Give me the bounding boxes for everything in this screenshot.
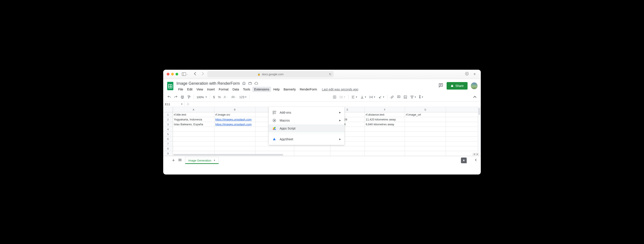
- maximize-window-button[interactable]: [176, 73, 178, 76]
- cell[interactable]: [405, 142, 446, 146]
- scroll-left-button[interactable]: ◀: [473, 153, 476, 156]
- cell[interactable]: [330, 146, 365, 151]
- cell[interactable]: [214, 127, 256, 132]
- print-button[interactable]: [180, 94, 185, 100]
- menu-file[interactable]: File: [176, 87, 185, 92]
- cell[interactable]: rf.image.src: [214, 112, 256, 117]
- cloud-icon[interactable]: [254, 82, 259, 86]
- url-bar[interactable]: 🔒 docs.google.com ↻: [207, 71, 334, 77]
- rotate-button[interactable]: ▼: [377, 94, 386, 100]
- cell[interactable]: [446, 112, 481, 117]
- cell[interactable]: [214, 136, 256, 142]
- col-header-b[interactable]: B: [214, 107, 256, 112]
- scroll-right-button[interactable]: ▶: [476, 153, 479, 156]
- functions-button[interactable]: Σ▼: [418, 94, 424, 100]
- share-button[interactable]: Share: [446, 82, 468, 90]
- cell[interactable]: [256, 146, 294, 151]
- cell[interactable]: [173, 132, 214, 136]
- cell[interactable]: [173, 136, 214, 142]
- cell[interactable]: [365, 151, 405, 156]
- vertical-scroll-thumb[interactable]: [478, 108, 480, 115]
- sheets-logo[interactable]: [166, 81, 174, 91]
- minimize-window-button[interactable]: [171, 73, 174, 76]
- row-header-4[interactable]: 4: [163, 127, 173, 132]
- link-button[interactable]: [389, 94, 395, 100]
- cell[interactable]: [330, 151, 365, 156]
- menu-bannerly[interactable]: Bannerly: [282, 87, 298, 92]
- cell[interactable]: [173, 127, 214, 132]
- cell[interactable]: [446, 127, 481, 132]
- col-header-g[interactable]: G: [405, 107, 446, 112]
- row-header-6[interactable]: 6: [163, 136, 173, 142]
- close-window-button[interactable]: [167, 73, 170, 76]
- halign-button[interactable]: ▼: [350, 94, 358, 100]
- redo-button[interactable]: [173, 94, 179, 100]
- cell[interactable]: [214, 146, 256, 151]
- cell[interactable]: [446, 132, 481, 136]
- dropdown-macros[interactable]: Macros ▶: [269, 116, 344, 124]
- edit-status[interactable]: Last edit was seconds ago: [322, 88, 358, 91]
- cell[interactable]: rf.title.text: [173, 112, 214, 117]
- add-sheet-button[interactable]: +: [172, 158, 175, 163]
- percent-button[interactable]: %: [217, 94, 222, 100]
- select-all-corner[interactable]: [163, 107, 173, 112]
- menu-renderform[interactable]: RenderForm: [298, 87, 319, 92]
- horizontal-scroll-thumb[interactable]: [173, 154, 283, 156]
- cell[interactable]: [446, 136, 481, 142]
- menu-edit[interactable]: Edit: [186, 87, 194, 92]
- wrap-button[interactable]: ▼: [368, 94, 376, 100]
- cell[interactable]: https://images.unsplash.com: [214, 122, 256, 127]
- cell[interactable]: [214, 132, 256, 136]
- move-icon[interactable]: [248, 82, 252, 86]
- cell[interactable]: [173, 142, 214, 146]
- chart-button[interactable]: [402, 94, 408, 100]
- row-header-2[interactable]: 2: [163, 117, 173, 122]
- cell[interactable]: [446, 122, 481, 127]
- new-tab-button[interactable]: +: [472, 72, 477, 77]
- merge-button[interactable]: ▼: [338, 94, 346, 100]
- doc-title[interactable]: Image Generation with RenderForm: [176, 81, 240, 86]
- increase-decimal-button[interactable]: .00→: [230, 95, 238, 100]
- back-button[interactable]: [192, 72, 198, 77]
- name-box[interactable]: E11▼: [163, 102, 185, 107]
- comment-button[interactable]: [396, 94, 402, 100]
- cell[interactable]: [365, 132, 405, 136]
- row-header-5[interactable]: 5: [163, 132, 173, 136]
- cell[interactable]: [365, 127, 405, 132]
- cell[interactable]: [405, 151, 446, 156]
- cell[interactable]: [214, 142, 256, 146]
- menu-format[interactable]: Format: [217, 87, 230, 92]
- cell[interactable]: [405, 132, 446, 136]
- sheet-tab-active[interactable]: Image Generation ▼: [185, 157, 219, 164]
- number-format-button[interactable]: 123▼: [238, 94, 248, 100]
- cell[interactable]: [446, 117, 481, 122]
- menu-tools[interactable]: Tools: [241, 87, 252, 92]
- zoom-select[interactable]: 100%▼: [196, 96, 208, 99]
- cell[interactable]: rf.image_url: [405, 112, 446, 117]
- borders-button[interactable]: [332, 94, 338, 100]
- cell[interactable]: [446, 146, 481, 151]
- row-header-3[interactable]: 3: [163, 122, 173, 127]
- row-header-1[interactable]: 1: [163, 112, 173, 117]
- cell[interactable]: rf.distance.text: [365, 112, 405, 117]
- cell[interactable]: Islas Baleares, España: [173, 122, 214, 127]
- account-avatar[interactable]: [471, 82, 478, 89]
- cell[interactable]: Yogyakarta, Indonesia: [173, 117, 214, 122]
- star-icon[interactable]: [242, 82, 246, 86]
- cell[interactable]: [294, 146, 330, 151]
- col-header-extra[interactable]: [446, 107, 481, 112]
- reload-button[interactable]: ↻: [329, 72, 332, 76]
- cell[interactable]: [405, 146, 446, 151]
- dropdown-appsheet[interactable]: AppSheet ▶: [269, 135, 344, 143]
- downloads-button[interactable]: [464, 72, 470, 76]
- undo-button[interactable]: [166, 94, 172, 100]
- sheet-tab-menu-icon[interactable]: ▼: [214, 159, 216, 162]
- cell[interactable]: [365, 142, 405, 146]
- cell[interactable]: 9,840 kilometres away: [365, 122, 405, 127]
- forward-button[interactable]: [200, 72, 206, 77]
- row-header-8[interactable]: 8: [163, 146, 173, 151]
- menu-view[interactable]: View: [195, 87, 205, 92]
- row-header-7[interactable]: 7: [163, 142, 173, 146]
- dropdown-addons[interactable]: Add-ons ▶: [269, 108, 344, 116]
- cell[interactable]: https://images.unsplash.com: [214, 117, 256, 122]
